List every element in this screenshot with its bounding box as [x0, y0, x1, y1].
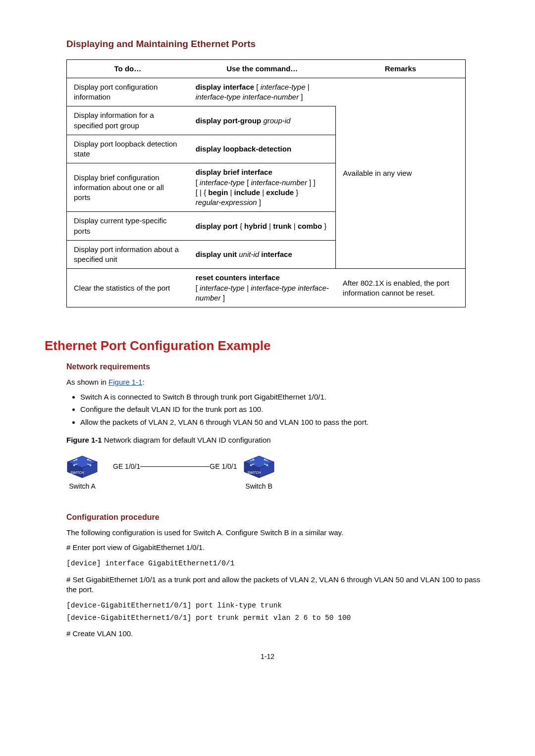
list-item: Allow the packets of VLAN 2, VLAN 6 thro…: [80, 417, 490, 427]
cell-todo: Display port loopback detection state: [67, 135, 189, 163]
section-heading-display-maintain: Displaying and Maintaining Ethernet Port…: [66, 38, 490, 50]
cell-cmd: display port { hybrid | trunk | combo }: [189, 212, 336, 241]
col-remarks: Remarks: [336, 59, 466, 78]
table-row: Clear the statistics of the port reset c…: [67, 269, 466, 307]
subheading-config-procedure: Configuration procedure: [66, 512, 490, 523]
figure-link[interactable]: Figure 1-1: [108, 378, 142, 386]
col-to-do: To do…: [67, 59, 189, 78]
col-use-command: Use the command…: [189, 59, 336, 78]
cell-remarks-merged: Available in any view: [336, 78, 466, 269]
cell-cmd: reset counters interface [ interface-typ…: [189, 269, 336, 307]
cell-cmd: display interface [ interface-type | int…: [189, 78, 336, 106]
cell-todo: Display brief configuration information …: [67, 163, 189, 212]
cfg-p1: The following configuration is used for …: [66, 528, 490, 538]
figure-caption: Figure 1-1 Network diagram for default V…: [66, 435, 490, 445]
subheading-network-requirements: Network requirements: [66, 361, 490, 372]
section-heading-config-example: Ethernet Port Configuration Example: [45, 337, 490, 354]
table-header-row: To do… Use the command… Remarks: [67, 59, 466, 78]
code-block-1: [device] interface GigabitEthernet1/0/1: [66, 557, 490, 570]
cfg-p3: # Set GigabitEthernet 1/0/1 as a trunk p…: [66, 575, 490, 595]
page-number: 1-12: [45, 652, 490, 661]
port-a-label: GE 1/0/1: [113, 462, 140, 471]
cell-cmd: display port-group group-id: [189, 106, 336, 135]
switch-b: SWITCH Switch B: [243, 455, 275, 491]
switch-b-label: Switch B: [245, 482, 272, 491]
intro-paragraph: As shown in Figure 1-1:: [66, 377, 490, 387]
connection-line: [140, 466, 210, 467]
table-row: Display port configuration information d…: [67, 78, 466, 106]
cell-todo: Display current type-specific ports: [67, 212, 189, 241]
switch-icon-label: SWITCH: [247, 471, 262, 474]
cfg-p2: # Enter port view of GigabitEthernet 1/0…: [66, 543, 490, 553]
cfg-p4: # Create VLAN 100.: [66, 629, 490, 639]
cell-todo: Clear the statistics of the port: [67, 269, 189, 307]
command-table: To do… Use the command… Remarks Display …: [66, 59, 466, 308]
list-item: Configure the default VLAN ID for the tr…: [80, 404, 490, 414]
cell-todo: Display information for a specified port…: [67, 106, 189, 135]
port-b-label: GE 1/0/1: [210, 462, 237, 471]
cell-todo: Display port configuration information: [67, 78, 189, 106]
cell-cmd: display loopback-detection: [189, 135, 336, 163]
requirements-list: Switch A is connected to Switch B throug…: [66, 392, 490, 427]
switch-icon: SWITCH: [243, 455, 275, 479]
cell-cmd: display unit unit-id interface: [189, 240, 336, 269]
switch-a-label: Switch A: [69, 482, 96, 491]
switch-icon-label: SWITCH: [70, 471, 85, 474]
cell-remarks: After 802.1X is enabled, the port inform…: [336, 269, 466, 307]
switch-icon: SWITCH: [66, 455, 98, 479]
switch-a: SWITCH Switch A: [66, 455, 98, 491]
cell-todo: Display port information about a specifi…: [67, 240, 189, 269]
cell-cmd: display brief interface [ interface-type…: [189, 163, 336, 212]
code-block-2: [device-GigabitEthernet1/0/1] port link-…: [66, 600, 490, 624]
list-item: Switch A is connected to Switch B throug…: [80, 392, 490, 402]
network-diagram: SWITCH Switch A GE 1/0/1 GE 1/0/1 SWITCH: [66, 450, 490, 494]
